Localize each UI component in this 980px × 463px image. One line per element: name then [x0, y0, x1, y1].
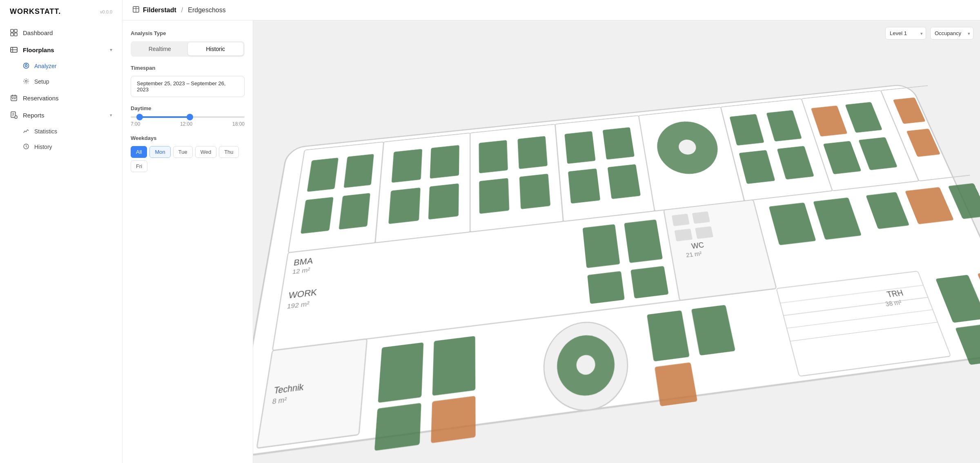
svg-text:WC: WC: [691, 241, 705, 250]
svg-rect-74: [630, 266, 668, 299]
svg-rect-47: [479, 140, 508, 173]
svg-rect-44: [430, 145, 459, 178]
slider-thumb-right[interactable]: [187, 114, 193, 120]
tab-realtime[interactable]: Realtime: [132, 42, 188, 55]
statistics-icon: [23, 128, 30, 135]
timespan-value: September 25, 2023 – September 26, 2023: [137, 80, 226, 93]
slider-fill: [140, 116, 190, 118]
reports-label: Reports: [23, 112, 45, 119]
svg-rect-15: [12, 98, 13, 100]
history-icon: [23, 143, 30, 151]
svg-rect-93: [431, 396, 475, 443]
slider-label-min: 7:00: [131, 121, 140, 127]
main-content: Filderstadt / Erdgeschoss Analysis Type …: [122, 0, 980, 463]
weekday-all[interactable]: All: [131, 146, 147, 158]
daytime-slider-container: 7:00 12:00 18:00: [131, 116, 245, 127]
sidebar-item-reservations[interactable]: Reservations: [0, 89, 122, 106]
dashboard-icon: [10, 29, 18, 37]
weekdays-label: Weekdays: [131, 135, 245, 141]
slider-labels: 7:00 12:00 18:00: [131, 121, 245, 127]
header-floor: Erdgeschoss: [188, 7, 226, 14]
reservations-label: Reservations: [23, 95, 59, 102]
analysis-panel: Analysis Type Realtime Historic Timespan…: [122, 20, 253, 463]
setup-icon: [23, 78, 30, 85]
slider-label-mid: 12:00: [180, 121, 192, 127]
svg-rect-53: [568, 168, 600, 204]
svg-rect-70: [583, 224, 620, 268]
sidebar-header: WORKSTATT. v0.0.0: [0, 0, 122, 19]
analyzer-label: Analyzer: [34, 63, 56, 69]
svg-rect-78: [672, 214, 690, 226]
page-header: Filderstadt / Erdgeschoss: [122, 0, 980, 20]
sidebar-item-floorplans[interactable]: Floorplans ▾: [0, 41, 122, 58]
sidebar-item-reports[interactable]: Reports ▾: [0, 106, 122, 124]
sidebar-item-dashboard[interactable]: Dashboard: [0, 24, 122, 41]
svg-rect-11: [11, 95, 17, 101]
weekday-buttons: All Mon Tue Wed Thu Fri: [131, 146, 245, 172]
svg-rect-2: [11, 33, 13, 36]
timespan-picker[interactable]: September 25, 2023 – September 26, 2023: [131, 76, 245, 97]
slider-thumb-left[interactable]: [136, 114, 143, 120]
svg-rect-54: [608, 164, 641, 199]
svg-rect-49: [479, 178, 509, 214]
floorplans-icon: [10, 46, 18, 54]
sidebar-item-statistics[interactable]: Statistics: [0, 124, 122, 139]
statistics-label: Statistics: [34, 128, 57, 135]
timespan-label: Timespan: [131, 65, 245, 71]
svg-rect-50: [519, 174, 550, 209]
svg-rect-46: [428, 183, 459, 219]
setup-label: Setup: [34, 78, 49, 85]
type-select[interactable]: Occupancy Utilization: [930, 27, 973, 40]
history-label: History: [34, 144, 52, 150]
svg-rect-1: [14, 29, 17, 32]
floorplan-visualization: BMA 12 m²: [253, 29, 980, 463]
weekday-mon[interactable]: Mon: [149, 146, 170, 158]
svg-point-8: [25, 65, 27, 67]
svg-rect-16: [14, 98, 16, 100]
type-select-wrapper: Occupancy Utilization: [930, 27, 973, 40]
svg-rect-51: [564, 131, 595, 164]
level-select[interactable]: Level 1 Level 2 Level 3: [885, 27, 926, 40]
floorplans-label: Floorplans: [23, 47, 54, 53]
svg-rect-48: [517, 136, 547, 169]
tab-historic[interactable]: Historic: [188, 42, 244, 55]
svg-rect-41: [301, 197, 334, 234]
reports-subnav: Statistics History: [0, 124, 122, 155]
svg-rect-40: [344, 154, 374, 188]
svg-rect-45: [388, 188, 420, 224]
header-location: Filderstadt: [143, 7, 176, 14]
weekday-wed[interactable]: Wed: [195, 146, 217, 158]
weekday-fri[interactable]: Fri: [131, 160, 147, 172]
weekday-thu[interactable]: Thu: [219, 146, 238, 158]
floorplans-chevron: ▾: [110, 47, 112, 53]
svg-rect-42: [339, 193, 370, 230]
sidebar-nav: Dashboard Floorplans ▾: [0, 19, 122, 463]
sidebar-item-setup[interactable]: Setup: [0, 74, 122, 89]
svg-rect-71: [624, 219, 663, 263]
svg-rect-3: [14, 33, 17, 36]
svg-rect-73: [587, 271, 625, 304]
reservations-icon: [10, 94, 18, 102]
sidebar-item-analyzer[interactable]: Analyzer: [0, 58, 122, 74]
level-select-wrapper: Level 1 Level 2 Level 3: [885, 27, 926, 40]
building-icon: [132, 6, 140, 14]
svg-rect-39: [307, 157, 339, 192]
svg-point-23: [16, 117, 16, 117]
svg-rect-43: [392, 149, 422, 183]
analysis-type-tabs: Realtime Historic: [131, 41, 245, 57]
svg-point-10: [25, 80, 27, 82]
reports-chevron: ▾: [110, 113, 112, 118]
svg-rect-79: [692, 211, 710, 224]
floorplans-subnav: Analyzer Setup: [0, 58, 122, 89]
daytime-slider-track[interactable]: [131, 116, 245, 118]
sidebar-item-history[interactable]: History: [0, 139, 122, 155]
svg-rect-0: [11, 29, 13, 32]
daytime-label: Daytime: [131, 105, 245, 111]
svg-rect-52: [603, 127, 635, 160]
slider-label-max: 18:00: [232, 121, 245, 127]
svg-rect-80: [675, 228, 693, 241]
floorplan-svg: BMA 12 m²: [253, 35, 980, 463]
svg-rect-92: [374, 403, 421, 451]
app-version: v0.0.0: [100, 9, 112, 14]
weekday-tue[interactable]: Tue: [173, 146, 193, 158]
